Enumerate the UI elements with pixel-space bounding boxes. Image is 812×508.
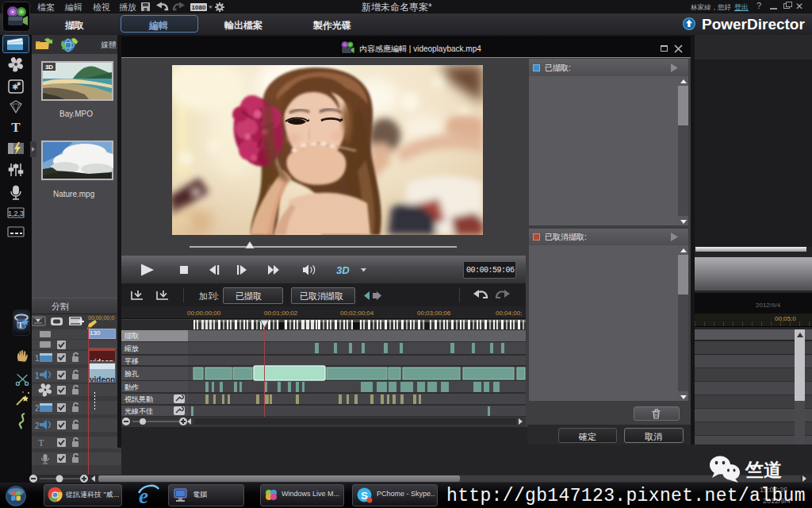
- svg-text:光線不佳: 光線不佳: [124, 407, 153, 415]
- svg-text:視訊晃動: 視訊晃動: [124, 395, 153, 403]
- svg-text:動作: 動作: [124, 383, 139, 391]
- svg-text:T: T: [38, 437, 44, 448]
- svg-text:2: 2: [35, 404, 40, 413]
- svg-text:縮放: 縮放: [124, 344, 139, 352]
- svg-text:T: T: [11, 120, 21, 135]
- svg-text:3D: 3D: [45, 64, 53, 71]
- svg-text:臉孔: 臉孔: [124, 370, 139, 378]
- svg-text:平移: 平移: [124, 357, 139, 365]
- svg-text:✱: ✱: [17, 81, 21, 87]
- svg-text:1: 1: [35, 371, 40, 380]
- svg-text:1,2,3: 1,2,3: [8, 210, 24, 217]
- svg-text:擷取: 擷取: [124, 332, 139, 340]
- svg-text:1: 1: [35, 354, 40, 363]
- svg-text:2: 2: [35, 421, 40, 430]
- svg-text:1080: 1080: [192, 4, 206, 11]
- svg-text:3D: 3D: [336, 264, 350, 276]
